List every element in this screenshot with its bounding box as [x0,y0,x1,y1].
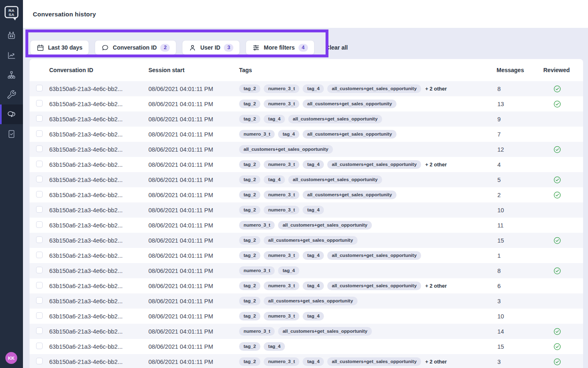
sidebar-item-tools[interactable] [0,85,23,104]
row-checkbox[interactable] [36,221,43,228]
tag-pill: tag_2 [239,84,260,93]
conversation-id[interactable]: 63b150a6-21a3-4e6c-bb2... [49,161,148,168]
tag-pill: tag_2 [239,342,260,351]
conversation-id[interactable]: 63b150a6-21a3-4e6c-bb2... [49,252,148,259]
messages-count: 11 [497,222,543,229]
tag-pill: tag_4 [303,206,324,214]
conversation-id[interactable]: 63b150a6-21a3-4e6c-bb2... [49,359,148,365]
sidebar-item-review[interactable] [0,124,23,144]
sidebar-item-flows[interactable] [0,65,23,85]
conversation-id[interactable]: 63b150a6-21a3-4e6c-bb2... [49,268,148,274]
row-checkbox[interactable] [36,343,43,349]
conversation-id[interactable]: 63b150a6-21a3-4e6c-bb2... [49,131,148,138]
tags-cell: tag_2numero_3_ttag_4all_customers+get_sa… [239,160,497,169]
conversation-id[interactable]: 63b150a6-21a3-4e6c-bb2... [49,146,148,153]
table-row[interactable]: 63b150a6-21a3-4e6c-bb2...08/06/2021 04:0… [30,218,583,233]
calendar-icon [36,44,44,52]
session-start: 08/06/2021 04:01:11 PM [148,237,239,244]
tag-pill: tag_4 [264,342,285,351]
table-row[interactable]: 63b150a6-21a3-4e6c-bb2...08/06/2021 04:0… [30,233,583,248]
row-checkbox[interactable] [36,115,43,122]
user-id-filter-button[interactable]: User ID 3 [182,40,240,55]
reviewed-cell [543,146,583,153]
conversation-id[interactable]: 63b150a6-21a3-4e6c-bb2... [49,192,148,198]
row-checkbox[interactable] [36,191,43,198]
conversation-id[interactable]: 63b150a6-21a3-4e6c-bb2... [49,116,148,123]
checkbox-cell [30,358,49,366]
table-row[interactable]: 63b150a6-21a3-4e6c-bb2...08/06/2021 04:0… [30,172,583,187]
table-row[interactable]: 63b150a6-21a3-4e6c-bb2...08/06/2021 04:0… [30,157,583,172]
conversation-id[interactable]: 63b150a6-21a3-4e6c-bb2... [49,207,148,214]
table-row[interactable]: 63b150a6-21a3-4e6c-bb2...08/06/2021 04:0… [30,142,583,157]
table-row[interactable]: 63b150a6-21a3-4e6c-bb2...08/06/2021 04:0… [30,278,583,293]
tag-pill: numero_3_t [264,191,299,199]
sidebar-item-assistant[interactable] [0,26,23,45]
table-row[interactable]: 63b150a6-21a3-4e6c-bb2...08/06/2021 04:0… [30,81,583,96]
reviewed-cell [543,100,583,108]
conversation-id[interactable]: 63b150a6-21a3-4e6c-bb2... [49,237,148,244]
column-header-conversation-id: Conversation ID [49,67,148,73]
row-checkbox[interactable] [36,267,43,273]
conversation-id-filter-button[interactable]: Conversation ID 2 [95,40,176,55]
table-row[interactable]: 63b150a6-21a3-4e6c-bb2...08/06/2021 04:0… [30,248,583,263]
date-filter-button[interactable]: Last 30 days [30,40,89,55]
table-row[interactable]: 63b150a6-21a3-4e6c-bb2...08/06/2021 04:0… [30,96,583,111]
conversation-id[interactable]: 63b150a6-21a3-4e6c-bb2... [49,328,148,335]
row-checkbox[interactable] [36,161,43,167]
tag-pill: tag_2 [239,175,260,184]
row-checkbox[interactable] [36,85,43,91]
clear-all-button[interactable]: Clear all [326,44,348,51]
table-row[interactable]: 63b150a6-21a3-4e6c-bb2...08/06/2021 04:0… [30,293,583,309]
row-checkbox[interactable] [36,297,43,304]
tag-pill: tag_4 [303,282,324,290]
more-filters-button[interactable]: More filters 4 [246,40,314,55]
table-row[interactable]: 63b150a6-21a3-4e6c-bb2...08/06/2021 04:0… [30,202,583,218]
messages-count: 10 [497,313,543,320]
user-avatar[interactable]: KK [5,352,17,364]
row-checkbox[interactable] [36,252,43,258]
conversation-id[interactable]: 63b150a6-21a3-4e6c-bb2... [49,343,148,350]
checkbox-cell [30,130,49,138]
row-checkbox[interactable] [36,282,43,288]
table-row[interactable]: 63b150a6-21a3-4e6c-bb2...08/06/2021 04:0… [30,263,583,278]
row-checkbox[interactable] [36,206,43,213]
row-checkbox[interactable] [36,145,43,152]
table-row[interactable]: 63b150a6-21a3-4e6c-bb2...08/06/2021 04:0… [30,187,583,202]
conversation-id[interactable]: 63b150a6-21a3-4e6c-bb2... [49,222,148,229]
table-row[interactable]: 63b150a6-21a3-4e6c-bb2...08/06/2021 04:0… [30,309,583,324]
row-checkbox[interactable] [36,312,43,319]
tag-pill: numero_3_t [264,312,299,320]
rasa-logo[interactable]: RA SA [0,0,23,25]
row-checkbox[interactable] [36,130,43,137]
conversation-id[interactable]: 63b150a6-21a3-4e6c-bb2... [49,298,148,304]
conversation-id[interactable]: 63b150a6-21a3-4e6c-bb2... [49,283,148,289]
row-checkbox[interactable] [36,176,43,182]
session-start: 08/06/2021 04:01:11 PM [148,313,239,320]
table-row[interactable]: 63b150a6-21a3-4e6c-bb2...08/06/2021 04:0… [30,111,583,127]
table-row[interactable]: 63b150a6-21a3-4e6c-bb2...08/06/2021 04:0… [30,339,583,354]
reviewed-check-icon [554,237,561,244]
table-row[interactable]: 63b150a6-21a3-4e6c-bb2...08/06/2021 04:0… [30,354,583,368]
row-checkbox[interactable] [36,100,43,107]
sidebar-item-analytics[interactable] [0,45,23,65]
row-checkbox[interactable] [36,236,43,243]
user-icon [189,44,196,52]
session-start: 08/06/2021 04:01:11 PM [148,252,239,259]
row-checkbox[interactable] [36,327,43,334]
session-start: 08/06/2021 04:01:11 PM [148,86,239,92]
tag-pill: tag_2 [239,115,260,123]
conversation-id[interactable]: 63b150a6-21a3-4e6c-bb2... [49,313,148,320]
checkbox-cell [30,85,49,93]
conversation-id[interactable]: 63b150a6-21a3-4e6c-bb2... [49,177,148,183]
table-row[interactable]: 63b150a6-21a3-4e6c-bb2...08/06/2021 04:0… [30,324,583,339]
conversation-id[interactable]: 63b150a6-21a3-4e6c-bb2... [49,101,148,107]
conversation-id[interactable]: 63b150a6-21a3-4e6c-bb2... [49,86,148,92]
sidebar-item-conversations[interactable] [0,104,23,124]
table-row[interactable]: 63b150a6-21a3-4e6c-bb2...08/06/2021 04:0… [30,127,583,142]
tag-pill: numero_3_t [239,130,275,139]
tag-pill: all_customers+get_sales_opportunity [327,357,421,366]
row-checkbox[interactable] [36,358,43,364]
session-start: 08/06/2021 04:01:11 PM [148,359,239,365]
table-header-row: Conversation ID Session start Tags Messa… [30,59,583,81]
tag-pill: tag_2 [239,191,260,199]
